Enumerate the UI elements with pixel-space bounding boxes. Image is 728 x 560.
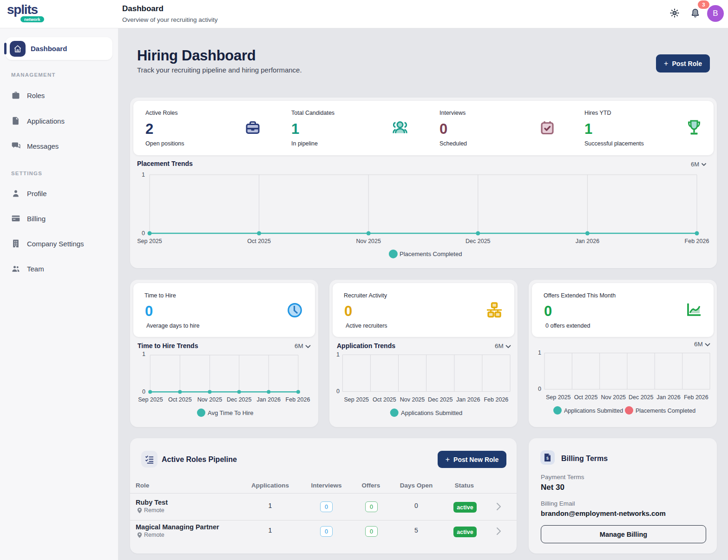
svg-text:Sep 2025: Sep 2025 [546, 394, 571, 401]
svg-text:Jan 2026: Jan 2026 [656, 394, 680, 401]
svg-text:0: 0 [538, 386, 541, 392]
svg-text:Nov 2025: Nov 2025 [400, 396, 425, 403]
svg-text:1: 1 [538, 349, 541, 356]
svg-text:Sep 2025: Sep 2025 [138, 396, 163, 403]
svg-text:Oct 2025: Oct 2025 [168, 396, 192, 403]
svg-text:0: 0 [142, 389, 145, 395]
svg-text:Avg Time To Hire: Avg Time To Hire [208, 409, 254, 416]
svg-text:$: $ [546, 456, 549, 461]
svg-text:Time to Hire Trends: Time to Hire Trends [138, 342, 198, 349]
svg-text:Feb 2026: Feb 2026 [684, 394, 708, 401]
svg-text:Application Trends: Application Trends [337, 342, 395, 349]
svg-text:Oct 2025: Oct 2025 [574, 394, 598, 401]
svg-text:Dec 2025: Dec 2025 [466, 238, 491, 244]
svg-text:Placements Completed: Placements Completed [400, 250, 462, 257]
svg-text:Placements Completed: Placements Completed [636, 408, 695, 414]
svg-text:Dec 2025: Dec 2025 [629, 394, 654, 401]
svg-text:Nov 2025: Nov 2025 [356, 238, 381, 244]
svg-text:Oct 2025: Oct 2025 [247, 238, 271, 244]
svg-text:6M: 6M [495, 343, 504, 349]
svg-text:Feb 2026: Feb 2026 [685, 238, 709, 244]
svg-text:Sep 2025: Sep 2025 [137, 238, 162, 244]
svg-text:Dec 2025: Dec 2025 [227, 396, 252, 403]
svg-text:6M: 6M [295, 343, 303, 349]
svg-text:Jan 2026: Jan 2026 [576, 238, 599, 244]
svg-text:Applications Submitted: Applications Submitted [401, 409, 462, 416]
svg-text:1: 1 [142, 351, 145, 357]
svg-text:Jan 2026: Jan 2026 [456, 396, 480, 403]
svg-text:Jan 2026: Jan 2026 [257, 396, 281, 403]
svg-text:Nov 2025: Nov 2025 [601, 394, 626, 401]
svg-text:0: 0 [142, 230, 145, 237]
svg-text:6M: 6M [694, 341, 703, 348]
svg-text:0: 0 [336, 388, 340, 395]
svg-text:Feb 2026: Feb 2026 [286, 396, 310, 403]
svg-text:Nov 2025: Nov 2025 [197, 396, 223, 403]
svg-text:1: 1 [336, 351, 340, 358]
svg-text:Feb 2026: Feb 2026 [484, 396, 508, 403]
svg-text:Dec 2025: Dec 2025 [428, 396, 453, 403]
svg-text:Applications Submitted: Applications Submitted [564, 408, 623, 414]
svg-text:Sep 2025: Sep 2025 [344, 396, 369, 403]
svg-text:Oct 2025: Oct 2025 [373, 396, 396, 403]
svg-text:1: 1 [142, 171, 145, 178]
